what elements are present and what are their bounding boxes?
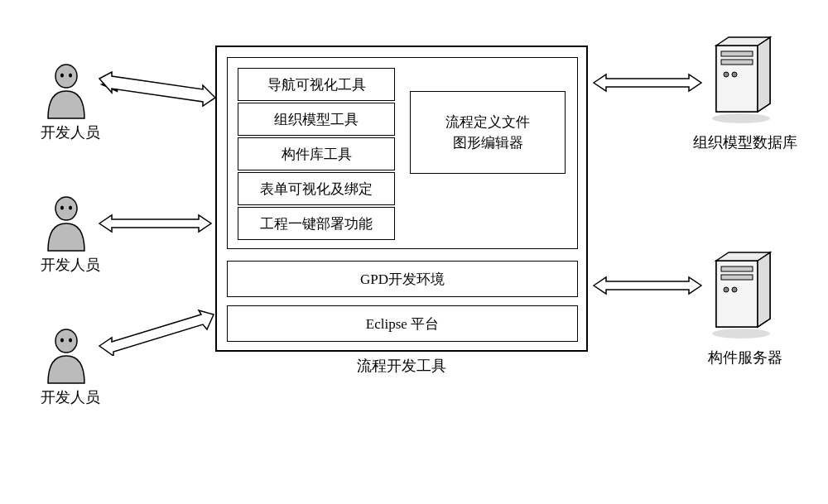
- svg-point-3: [55, 197, 77, 220]
- server-icon-component: [708, 248, 774, 339]
- svg-rect-10: [721, 60, 753, 65]
- svg-marker-25: [594, 277, 701, 294]
- org-model-tool: 组织模型工具: [238, 103, 395, 136]
- svg-point-16: [724, 287, 729, 292]
- svg-marker-23: [99, 310, 214, 356]
- arrow-db: [590, 70, 705, 95]
- svg-point-0: [55, 65, 77, 88]
- dev2-label: 开发人员: [33, 255, 108, 275]
- svg-point-8: [69, 338, 72, 343]
- process-def-editor: 流程定义文件 图形编辑器: [410, 91, 566, 174]
- main-box-label: 流程开发工具: [331, 356, 472, 376]
- svg-point-18: [712, 329, 770, 338]
- arrow-dev1: [95, 66, 215, 108]
- svg-point-17: [732, 287, 737, 292]
- dev3-label: 开发人员: [33, 387, 108, 407]
- svg-marker-24: [594, 74, 701, 91]
- svg-marker-22: [99, 215, 211, 232]
- eclipse-platform: Eclipse 平台: [227, 305, 578, 342]
- svg-rect-15: [721, 275, 753, 280]
- person-icon-2: [41, 194, 91, 252]
- svg-point-13: [712, 113, 770, 123]
- svg-marker-21: [99, 72, 215, 106]
- person-icon-1: [41, 62, 91, 120]
- svg-point-7: [60, 338, 64, 343]
- deploy-tool: 工程一键部署功能: [238, 207, 395, 240]
- svg-point-11: [724, 72, 729, 77]
- arrow-dev3: [95, 306, 215, 356]
- model-db-label: 组织模型数据库: [679, 132, 811, 152]
- nav-visual-tool: 导航可视化工具: [238, 68, 395, 101]
- svg-point-2: [69, 74, 72, 78]
- arrow-component-server: [590, 273, 705, 298]
- svg-point-1: [60, 74, 64, 78]
- svg-point-5: [69, 206, 72, 210]
- arrow-dev2: [95, 211, 215, 236]
- svg-rect-14: [721, 266, 753, 271]
- component-lib-tool: 构件库工具: [238, 137, 395, 170]
- svg-point-6: [55, 329, 77, 353]
- component-server-label: 构件服务器: [687, 348, 803, 367]
- gpd-dev-env: GPD开发环境: [227, 261, 578, 297]
- person-icon-3: [41, 327, 91, 385]
- svg-rect-9: [721, 51, 753, 56]
- form-visual-tool: 表单可视化及绑定: [238, 172, 395, 205]
- svg-point-4: [60, 206, 64, 210]
- dev1-label: 开发人员: [33, 122, 108, 142]
- svg-point-12: [732, 72, 737, 77]
- process-dev-tool-box: 导航可视化工具 组织模型工具 构件库工具 表单可视化及绑定 工程一键部署功能 流…: [215, 46, 588, 352]
- server-icon-db: [708, 33, 774, 124]
